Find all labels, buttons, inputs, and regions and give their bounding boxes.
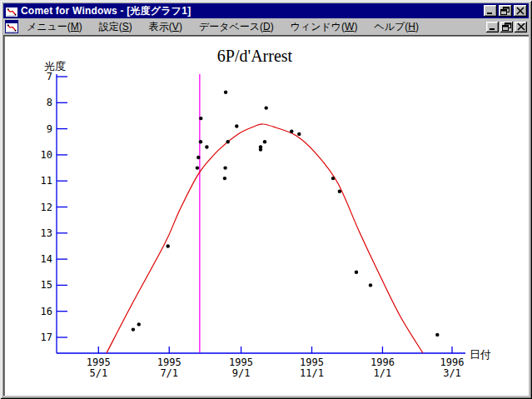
observation-point: [205, 145, 208, 148]
observation-point: [223, 166, 226, 169]
y-tick-label: 7: [47, 71, 52, 82]
menu-item-window[interactable]: ウィンドウ(W): [282, 18, 366, 35]
client-area: 6P/d'Arrest光度日付789101112131415161719955/…: [3, 35, 529, 396]
observation-point: [259, 147, 262, 151]
observation-point: [199, 117, 202, 120]
y-tick-label: 8: [47, 97, 52, 108]
y-tick-label: 10: [41, 149, 52, 161]
observation-point: [226, 140, 230, 143]
x-tick-label-date: 1/1: [374, 367, 392, 379]
menu-bar: メニュー(M)設定(S)表示(V)データベース(D)ウィンドウ(W)ヘルプ(H): [3, 18, 529, 35]
y-tick-label: 9: [47, 123, 52, 135]
observation-point: [167, 244, 170, 247]
window-title: Comet for Windows - [光度グラフ1]: [21, 4, 191, 18]
x-tick-label-date: 3/1: [443, 367, 461, 379]
x-tick-label-date: 11/1: [300, 367, 324, 379]
mdi-window-controls: [486, 22, 527, 32]
mdi-close-button[interactable]: [515, 22, 527, 32]
observation-point: [331, 177, 335, 180]
observation-point: [137, 322, 141, 326]
mdi-document-chart-icon[interactable]: [5, 20, 18, 33]
menu-items: メニュー(M)設定(S)表示(V)データベース(D)ウィンドウ(W)ヘルプ(H): [18, 18, 427, 35]
observation-point: [196, 156, 200, 159]
x-tick-label-year: 1996: [370, 357, 395, 368]
minimize-icon: [488, 22, 498, 31]
axes: [57, 74, 465, 353]
light-curve-chart: 6P/d'Arrest光度日付789101112131415161719955/…: [4, 36, 530, 397]
comet-chart-icon: [5, 4, 18, 17]
x-tick-label-year: 1995: [87, 357, 111, 368]
x-tick-label-year: 1995: [229, 357, 253, 368]
observation-point: [297, 132, 301, 136]
x-tick-label-date: 7/1: [160, 367, 178, 379]
restore-icon: [500, 7, 510, 15]
restore-icon: [502, 22, 512, 31]
x-axis-label: 日付: [470, 348, 491, 361]
x-tick-label-date: 5/1: [89, 367, 107, 379]
observation-point: [132, 327, 135, 331]
observation-point: [435, 333, 439, 337]
title-bar: Comet for Windows - [光度グラフ1]: [3, 3, 529, 18]
close-button[interactable]: [514, 5, 527, 17]
restore-button[interactable]: [499, 5, 512, 17]
x-tick-label-date: 9/1: [232, 367, 251, 379]
menu-item-view[interactable]: 表示(V): [141, 18, 191, 35]
observation-point: [196, 166, 199, 169]
y-tick-label: 12: [41, 202, 52, 213]
observation-point: [235, 124, 238, 127]
chart-title: 6P/d'Arrest: [217, 47, 293, 65]
observation-point: [224, 91, 227, 94]
x-tick-label-year: 1995: [157, 357, 181, 368]
observation-point: [338, 190, 341, 193]
x-tick-label-year: 1996: [440, 357, 465, 368]
window-controls: [484, 5, 527, 17]
observation-point: [369, 283, 372, 287]
y-tick-label: 15: [41, 279, 52, 291]
x-tick-label-year: 1995: [300, 357, 324, 368]
observation-point: [290, 130, 293, 133]
model-light-curve: [107, 124, 423, 353]
menu-item-menu[interactable]: メニュー(M): [18, 18, 91, 35]
y-tick-label: 16: [41, 306, 52, 317]
menu-item-help[interactable]: ヘルプ(H): [365, 18, 427, 35]
mdi-minimize-button[interactable]: [486, 22, 499, 32]
minimize-icon: [485, 7, 495, 15]
observation-point: [263, 140, 266, 143]
y-tick-label: 13: [41, 227, 52, 239]
close-icon: [515, 7, 525, 15]
observation-point: [223, 177, 226, 180]
close-icon: [516, 22, 526, 31]
observation-point: [355, 271, 358, 274]
menu-item-database[interactable]: データベース(D): [191, 18, 282, 35]
y-tick-label: 11: [41, 175, 52, 187]
menu-item-settings[interactable]: 設定(S): [91, 18, 141, 35]
mdi-restore-button[interactable]: [500, 22, 513, 32]
app-window: Comet for Windows - [光度グラフ1]: [0, 0, 532, 399]
y-tick-label: 14: [41, 253, 52, 265]
observation-point: [199, 140, 202, 143]
minimize-button[interactable]: [484, 5, 497, 17]
observation-point: [265, 106, 268, 109]
y-tick-label: 17: [41, 332, 52, 343]
